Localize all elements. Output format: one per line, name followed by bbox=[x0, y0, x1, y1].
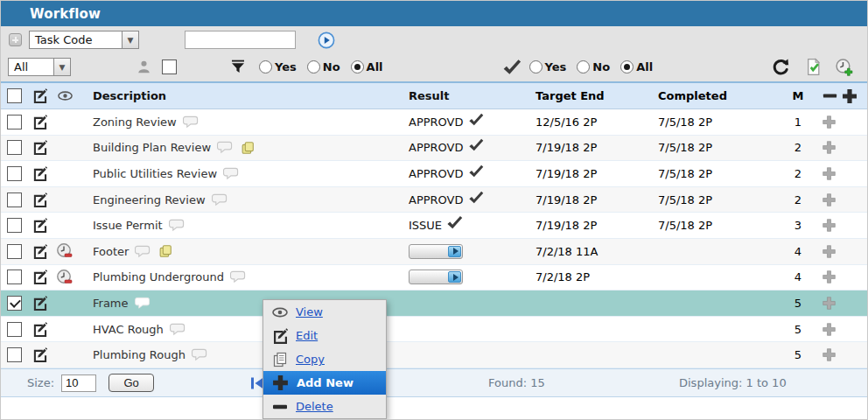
notes-icon[interactable] bbox=[158, 243, 173, 259]
completed: 7/5/18 2P bbox=[658, 219, 785, 232]
notes-icon[interactable] bbox=[240, 140, 256, 156]
comment-icon[interactable] bbox=[135, 244, 151, 259]
table-row[interactable]: Plumbing Underground 7/2/18 2P 4 bbox=[1, 265, 867, 291]
collapse-all-icon[interactable] bbox=[822, 88, 838, 104]
scope-select[interactable]: All ▼ bbox=[8, 58, 71, 76]
table-row[interactable]: Plumbing Rough 5 bbox=[1, 342, 867, 368]
result-action-widget[interactable] bbox=[409, 244, 463, 259]
comment-icon[interactable] bbox=[217, 140, 234, 155]
edit-icon[interactable] bbox=[32, 165, 48, 182]
expand-row-icon[interactable] bbox=[822, 140, 836, 155]
row-checkbox[interactable] bbox=[7, 322, 22, 337]
table-row[interactable]: Zoning Review APPROVD 12/5/16 2P 7/5/18 … bbox=[1, 109, 867, 136]
row-checkbox[interactable] bbox=[7, 192, 22, 207]
pagination-bar: Size: Go Found: 15 Displaying: 1 to 10 bbox=[1, 368, 867, 397]
table-row[interactable]: HVAC Rough 5 bbox=[1, 317, 867, 343]
submit-search-icon[interactable] bbox=[318, 32, 335, 49]
comment-icon[interactable] bbox=[230, 270, 247, 284]
comment-icon[interactable] bbox=[192, 347, 208, 362]
select-all-checkbox[interactable] bbox=[7, 88, 22, 103]
menu-edit-label[interactable]: Edit bbox=[296, 329, 318, 342]
menu-delete-label[interactable]: Delete bbox=[296, 400, 333, 413]
task-description: Plumbing Underground bbox=[93, 270, 224, 284]
comment-icon[interactable] bbox=[135, 296, 151, 311]
expand-row-icon[interactable] bbox=[822, 244, 836, 259]
expand-row-icon[interactable] bbox=[822, 218, 836, 233]
table-row[interactable]: Public Utilities Review APPROVD 7/19/18 … bbox=[1, 161, 867, 187]
edit-icon[interactable] bbox=[32, 192, 48, 208]
edit-icon[interactable] bbox=[32, 321, 48, 338]
table-row-selected[interactable]: Frame 5 bbox=[1, 290, 867, 317]
table-row[interactable]: Issue Permit ISSUE 7/19/18 2P 7/5/18 2P … bbox=[1, 213, 867, 239]
result-action-widget[interactable] bbox=[409, 270, 463, 284]
comment-icon[interactable] bbox=[183, 115, 200, 130]
row-checkbox[interactable] bbox=[7, 115, 22, 130]
expand-row-icon[interactable] bbox=[822, 296, 836, 311]
comment-icon[interactable] bbox=[170, 322, 186, 337]
menu-item-view[interactable]: View bbox=[263, 300, 386, 324]
table-row[interactable]: Footer 7/2/18 11A 4 bbox=[1, 239, 867, 265]
expand-row-icon[interactable] bbox=[822, 192, 836, 207]
edit-icon[interactable] bbox=[32, 269, 48, 285]
edit-icon bbox=[32, 88, 48, 104]
edit-icon[interactable] bbox=[32, 217, 48, 234]
clock-add-icon[interactable] bbox=[835, 58, 853, 76]
expand-row-icon[interactable] bbox=[822, 270, 836, 284]
edit-icon[interactable] bbox=[32, 295, 48, 312]
filter1-all-radio[interactable] bbox=[351, 60, 364, 74]
row-checkbox[interactable] bbox=[7, 166, 22, 181]
menu-item-copy[interactable]: Copy bbox=[263, 347, 386, 371]
edit-icon[interactable] bbox=[32, 139, 48, 156]
filter2-all-radio[interactable] bbox=[620, 60, 634, 74]
task-code-select[interactable]: Task Code ▼ bbox=[29, 31, 139, 49]
assignee-checkbox[interactable] bbox=[162, 60, 177, 74]
comment-icon[interactable] bbox=[212, 192, 228, 207]
row-checkbox[interactable] bbox=[7, 347, 22, 362]
row-checkbox[interactable] bbox=[7, 140, 22, 155]
edit-icon[interactable] bbox=[32, 243, 48, 260]
task-description: Plumbing Rough bbox=[93, 348, 186, 361]
m-value: 4 bbox=[785, 270, 811, 284]
expand-row-icon[interactable] bbox=[822, 115, 836, 130]
expand-row-icon[interactable] bbox=[822, 166, 836, 181]
comment-icon[interactable] bbox=[169, 218, 186, 233]
expand-plus-icon[interactable] bbox=[9, 33, 22, 46]
edit-icon[interactable] bbox=[32, 346, 48, 363]
menu-item-delete[interactable]: Delete bbox=[263, 395, 386, 418]
filter2-yes-radio[interactable] bbox=[529, 60, 542, 74]
table-row[interactable]: Engineering Review APPROVD 7/19/18 2P 7/… bbox=[1, 187, 867, 214]
go-button[interactable]: Go bbox=[108, 374, 154, 392]
menu-add-new-label[interactable]: Add New bbox=[297, 376, 354, 389]
page-size-input[interactable] bbox=[61, 374, 96, 392]
check-icon bbox=[468, 164, 484, 179]
page-check-icon[interactable] bbox=[804, 58, 822, 76]
edit-icon[interactable] bbox=[32, 114, 48, 130]
expand-row-icon[interactable] bbox=[822, 347, 836, 362]
col-completed[interactable]: Completed bbox=[658, 89, 785, 102]
filter1-no-radio[interactable] bbox=[307, 60, 320, 74]
minus-icon bbox=[271, 398, 289, 416]
search-input[interactable] bbox=[185, 31, 296, 49]
col-description[interactable]: Description bbox=[78, 89, 409, 102]
menu-copy-label[interactable]: Copy bbox=[296, 353, 325, 366]
table-row[interactable]: Building Plan Review APPROVD 7/19/18 2P … bbox=[1, 136, 867, 162]
row-checkbox[interactable] bbox=[7, 296, 22, 311]
col-target-end[interactable]: Target End bbox=[536, 89, 658, 102]
expand-all-icon[interactable] bbox=[841, 88, 858, 105]
expand-row-icon[interactable] bbox=[822, 322, 836, 337]
row-checkbox[interactable] bbox=[7, 270, 22, 284]
row-checkbox[interactable] bbox=[7, 218, 22, 233]
refresh-icon[interactable] bbox=[771, 57, 791, 77]
completed: 7/5/18 2P bbox=[658, 141, 785, 154]
col-result[interactable]: Result bbox=[409, 89, 536, 102]
check-icon bbox=[468, 137, 484, 153]
menu-item-add-new[interactable]: Add New bbox=[263, 371, 386, 395]
menu-item-edit[interactable]: Edit bbox=[263, 324, 386, 347]
row-checkbox[interactable] bbox=[7, 244, 22, 259]
filter2-no-radio[interactable] bbox=[577, 60, 590, 74]
menu-view-label[interactable]: View bbox=[296, 305, 323, 318]
task-description: HVAC Rough bbox=[93, 323, 164, 336]
col-m[interactable]: M bbox=[785, 89, 811, 102]
comment-icon[interactable] bbox=[223, 166, 240, 181]
filter1-yes-radio[interactable] bbox=[259, 60, 272, 74]
